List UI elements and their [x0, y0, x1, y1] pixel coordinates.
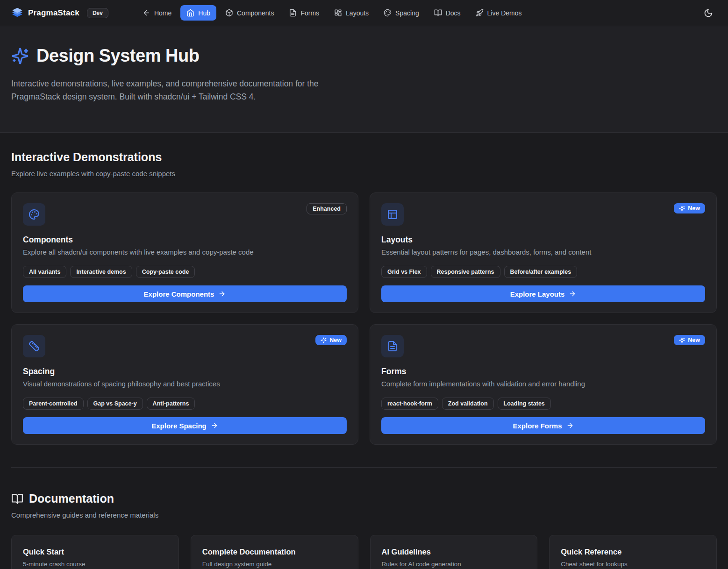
- explore-forms-button[interactable]: Explore Forms: [381, 417, 705, 434]
- nav-item-live-demos[interactable]: Live Demos: [470, 5, 528, 21]
- tag: All variants: [23, 266, 66, 278]
- status-badge: New: [674, 203, 705, 213]
- tag-row: All variants Interactive demos Copy-past…: [23, 266, 347, 278]
- doc-card-subtitle: Cheat sheet for lookups: [561, 561, 705, 568]
- doc-card-title: AI Guidelines: [382, 548, 526, 556]
- arrow-right-icon: [218, 290, 226, 298]
- doc-card-quick-start[interactable]: Quick Start 5-minute crash course: [11, 535, 179, 569]
- doc-card-grid: Quick Start 5-minute crash course Comple…: [11, 535, 717, 569]
- card-description: Explore all shadcn/ui components with li…: [23, 248, 347, 256]
- nav-item-docs[interactable]: Docs: [428, 5, 467, 21]
- doc-card-title: Quick Start: [23, 548, 167, 556]
- arrow-right-icon: [569, 290, 576, 298]
- tag: Interactive demos: [70, 266, 132, 278]
- theme-toggle-button[interactable]: [700, 5, 717, 21]
- sparkles-icon: [679, 206, 685, 212]
- sparkles-icon: [321, 337, 327, 343]
- card-description: Essential layout patterns for pages, das…: [381, 248, 705, 256]
- book-open-icon: [11, 493, 23, 505]
- explore-layouts-button[interactable]: Explore Layouts: [381, 285, 705, 302]
- tag: Before/after examples: [504, 266, 578, 278]
- doc-card-complete-documentation[interactable]: Complete Documentation Full design syste…: [191, 535, 358, 569]
- nav-item-hub[interactable]: Hub: [180, 5, 216, 21]
- cta-label: Explore Layouts: [510, 290, 565, 298]
- doc-card-title: Quick Reference: [561, 548, 705, 556]
- explore-components-button[interactable]: Explore Components: [23, 285, 347, 302]
- package-icon: [225, 9, 233, 17]
- tag: Parent-controlled: [23, 398, 84, 410]
- arrow-right-icon: [566, 422, 574, 429]
- card-title: Components: [23, 235, 347, 245]
- moon-icon: [704, 8, 713, 18]
- card-description: Complete form implementations with valid…: [381, 380, 705, 388]
- hero-section: Design System Hub Interactive demonstrat…: [0, 26, 728, 133]
- demo-card-layouts: New Layouts Essential layout patterns fo…: [370, 192, 717, 313]
- icon-tile: [23, 203, 45, 226]
- cta-label: Explore Spacing: [151, 422, 207, 430]
- book-open-icon: [434, 9, 442, 17]
- sparkles-icon: [11, 47, 29, 65]
- navbar: PragmaStack Dev Home Hub Components Form…: [0, 0, 728, 26]
- brand-name: PragmaStack: [28, 8, 79, 18]
- tag-row: react-hook-form Zod validation Loading s…: [381, 398, 705, 410]
- demos-subheading: Explore live examples with copy-paste co…: [11, 170, 717, 178]
- card-title: Layouts: [381, 235, 705, 245]
- ruler-icon: [29, 341, 40, 352]
- nav-item-spacing[interactable]: Spacing: [378, 5, 425, 21]
- demo-card-grid: Enhanced Components Explore all shadcn/u…: [11, 192, 717, 445]
- cta-label: Explore Components: [144, 290, 214, 298]
- demo-card-components: Enhanced Components Explore all shadcn/u…: [11, 192, 358, 313]
- nav-label: Home: [154, 9, 171, 17]
- nav-label: Spacing: [395, 9, 419, 17]
- explore-spacing-button[interactable]: Explore Spacing: [23, 417, 347, 434]
- status-badge: Enhanced: [307, 203, 347, 214]
- nav-item-components[interactable]: Components: [219, 5, 280, 21]
- tag: Zod validation: [442, 398, 494, 410]
- palette-icon: [29, 209, 40, 220]
- tag-row: Grid vs Flex Responsive patterns Before/…: [381, 266, 705, 278]
- demos-heading: Interactive Demonstrations: [11, 150, 717, 164]
- brand[interactable]: PragmaStack Dev: [11, 7, 108, 19]
- main-nav: Home Hub Components Forms Layouts Spacin…: [136, 5, 528, 21]
- card-title: Spacing: [23, 367, 347, 377]
- badge-label: New: [329, 337, 342, 343]
- tag: Responsive patterns: [431, 266, 500, 278]
- doc-card-title: Complete Documentation: [202, 548, 347, 556]
- icon-tile: [381, 203, 404, 226]
- tag: Gap vs Space-y: [87, 398, 143, 410]
- card-description: Visual demonstrations of spacing philoso…: [23, 380, 347, 388]
- tag: Anti-patterns: [147, 398, 195, 410]
- doc-card-quick-reference[interactable]: Quick Reference Cheat sheet for lookups: [549, 535, 717, 569]
- rocket-icon: [476, 9, 484, 17]
- icon-tile: [381, 335, 404, 357]
- layout-dashboard-icon: [334, 9, 342, 17]
- file-text-icon: [289, 9, 297, 17]
- doc-card-subtitle: Rules for AI code generation: [382, 561, 526, 568]
- nav-label: Layouts: [346, 9, 369, 17]
- status-badge: New: [674, 335, 705, 345]
- sparkles-icon: [679, 337, 685, 343]
- documentation-heading-label: Documentation: [29, 492, 114, 505]
- tag: Loading states: [498, 398, 551, 410]
- doc-card-subtitle: Full design system guide: [202, 561, 347, 568]
- tag: Copy-paste code: [136, 266, 195, 278]
- nav-item-layouts[interactable]: Layouts: [328, 5, 375, 21]
- documentation-section: Documentation Comprehensive guides and r…: [11, 492, 717, 569]
- nav-label: Hub: [198, 9, 210, 17]
- doc-card-ai-guidelines[interactable]: AI Guidelines Rules for AI code generati…: [370, 535, 538, 569]
- nav-item-forms[interactable]: Forms: [283, 5, 325, 21]
- page-subtitle: Interactive demonstrations, live example…: [11, 77, 359, 103]
- arrow-left-icon: [143, 9, 150, 17]
- palette-icon: [384, 9, 392, 17]
- tag-row: Parent-controlled Gap vs Space-y Anti-pa…: [23, 398, 347, 410]
- status-badge: New: [315, 335, 347, 345]
- section-divider: [11, 467, 717, 468]
- main-content: Interactive Demonstrations Explore live …: [0, 133, 728, 569]
- card-title: Forms: [381, 367, 705, 377]
- demo-card-spacing: New Spacing Visual demonstrations of spa…: [11, 324, 358, 445]
- nav-item-home[interactable]: Home: [136, 5, 178, 21]
- icon-tile: [23, 335, 45, 357]
- documentation-heading: Documentation: [11, 492, 717, 505]
- tag: Grid vs Flex: [381, 266, 427, 278]
- nav-label: Forms: [300, 9, 319, 17]
